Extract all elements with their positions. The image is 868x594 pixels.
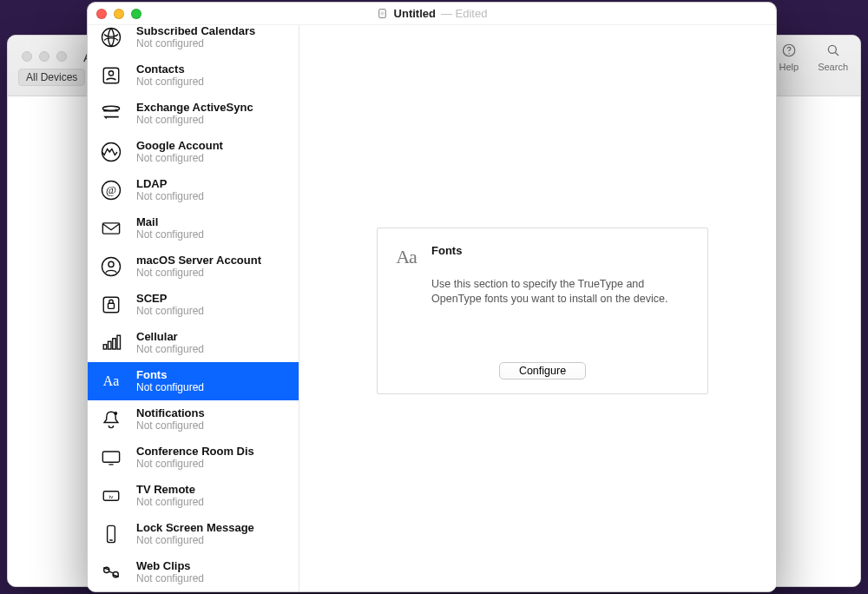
configure-button[interactable]: Configure <box>499 362 586 380</box>
sidebar-item-scep[interactable]: SCEPNot configured <box>88 286 299 324</box>
sidebar-item-labels: Conference Room DisNot configured <box>136 446 254 471</box>
payload-sidebar-scroll[interactable]: Subscribed CalendarsNot configuredContac… <box>88 25 299 591</box>
svg-point-1 <box>788 53 789 54</box>
mail-icon <box>96 214 126 243</box>
sidebar-item-labels: SCEPNot configured <box>136 293 204 318</box>
sidebar-item-status: Not configured <box>136 573 204 585</box>
svg-point-5 <box>380 11 384 15</box>
help-icon <box>779 41 799 60</box>
svg-rect-13 <box>102 223 119 234</box>
payload-detail-area: Aa Fonts Use this section to specify the… <box>299 25 776 591</box>
sidebar-item-fonts[interactable]: AaFontsNot configured <box>88 362 299 400</box>
sidebar-item-labels: macOS Server AccountNot configured <box>136 254 261 280</box>
window-title-status: — Edited <box>441 7 487 20</box>
sidebar-item-status: Not configured <box>136 76 204 89</box>
macos-server-account-icon <box>96 252 126 281</box>
sidebar-item-contacts[interactable]: ContactsNot configured <box>88 56 299 95</box>
svg-line-3 <box>835 52 838 56</box>
payload-detail-panel: Aa Fonts Use this section to specify the… <box>377 228 708 394</box>
sidebar-item-title: LDAP <box>136 178 204 191</box>
tv-remote-icon: tv <box>96 481 126 511</box>
sidebar-item-macos-server-account[interactable]: macOS Server AccountNot configured <box>88 248 299 286</box>
payload-sidebar: Subscribed CalendarsNot configuredContac… <box>88 25 299 591</box>
window-title: Untitled — Edited <box>88 7 776 20</box>
sidebar-item-title: SCEP <box>136 293 204 306</box>
sidebar-item-labels: ContactsNot configured <box>136 63 204 89</box>
sidebar-item-labels: LDAPNot configured <box>136 178 204 203</box>
sidebar-item-subscribed-calendars[interactable]: Subscribed CalendarsNot configured <box>88 25 299 56</box>
sidebar-item-title: Fonts <box>136 369 204 382</box>
sidebar-item-tv-remote[interactable]: tvTV RemoteNot configured <box>88 477 299 515</box>
sidebar-item-title: Notifications <box>136 407 205 420</box>
sidebar-item-cellular[interactable]: CellularNot configured <box>88 324 299 362</box>
sidebar-item-status: Not configured <box>136 497 204 509</box>
background-traffic-lights <box>20 43 67 62</box>
sidebar-item-title: Subscribed Calendars <box>136 25 255 38</box>
fonts-icon: Aa <box>96 366 126 396</box>
svg-rect-21 <box>117 335 121 349</box>
exchange-icon <box>96 99 126 129</box>
sidebar-item-google-account[interactable]: Google AccountNot configured <box>88 133 299 171</box>
sidebar-item-status: Not configured <box>136 229 204 241</box>
background-minimize-icon <box>39 51 49 62</box>
sidebar-item-labels: Web ClipsNot configured <box>136 560 204 585</box>
sidebar-item-labels: CellularNot configured <box>136 331 204 356</box>
ldap-icon: @ <box>96 175 126 205</box>
background-zoom-icon <box>56 51 67 62</box>
sidebar-item-status: Not configured <box>136 153 223 165</box>
svg-point-15 <box>108 261 114 267</box>
sidebar-item-title: TV Remote <box>136 484 204 497</box>
svg-point-2 <box>828 45 836 53</box>
lock-screen-message-icon <box>96 519 126 549</box>
sidebar-item-labels: FontsNot configured <box>136 369 204 394</box>
all-devices-chip[interactable]: All Devices <box>18 69 85 86</box>
sidebar-item-labels: Exchange ActiveSyncNot configured <box>136 102 253 127</box>
subscribed-calendars-icon <box>96 25 126 52</box>
sidebar-item-lock-screen-message[interactable]: Lock Screen MessageNot configured <box>88 515 299 553</box>
traffic-lights <box>96 9 141 19</box>
sidebar-item-title: Lock Screen Message <box>136 522 254 535</box>
background-close-icon <box>22 51 32 62</box>
sidebar-item-title: Mail <box>136 216 204 229</box>
sidebar-item-labels: NotificationsNot configured <box>136 407 205 432</box>
svg-point-8 <box>108 71 113 76</box>
sidebar-item-web-clips[interactable]: Web ClipsNot configured <box>88 553 299 591</box>
sidebar-item-exchange-activesync[interactable]: Exchange ActiveSyncNot configured <box>88 95 299 133</box>
svg-point-23 <box>114 412 117 415</box>
sidebar-item-conference-room-display[interactable]: Conference Room DisNot configured <box>88 439 299 477</box>
sidebar-item-status: Not configured <box>136 535 254 547</box>
search-icon <box>824 41 843 60</box>
svg-point-6 <box>102 29 121 47</box>
sidebar-item-title: Contacts <box>136 63 204 76</box>
web-clips-icon <box>96 558 126 587</box>
svg-rect-17 <box>108 303 115 308</box>
svg-rect-19 <box>108 341 112 349</box>
sidebar-item-labels: Subscribed CalendarsNot configured <box>136 25 255 50</box>
sidebar-item-status: Not configured <box>136 459 254 471</box>
sidebar-item-title: Web Clips <box>136 560 204 573</box>
sidebar-item-status: Not configured <box>136 115 253 127</box>
close-button[interactable] <box>96 9 107 19</box>
sidebar-item-labels: Lock Screen MessageNot configured <box>136 522 254 547</box>
svg-text:Aa: Aa <box>103 373 119 388</box>
svg-rect-24 <box>102 452 119 462</box>
sidebar-item-mail[interactable]: MailNot configured <box>88 209 299 248</box>
svg-text:tv: tv <box>109 493 115 499</box>
sidebar-item-title: Exchange ActiveSync <box>136 102 253 115</box>
profile-editor-window: Untitled — Edited Subscribed CalendarsNo… <box>87 2 777 592</box>
sidebar-item-status: Not configured <box>136 38 255 50</box>
zoom-button[interactable] <box>131 9 141 19</box>
sidebar-item-labels: MailNot configured <box>136 216 204 241</box>
sidebar-item-status: Not configured <box>136 306 204 318</box>
window-titlebar: Untitled — Edited <box>88 3 776 25</box>
sidebar-item-ldap[interactable]: @LDAPNot configured <box>88 171 299 209</box>
minimize-button[interactable] <box>114 9 124 19</box>
background-help-button[interactable]: Help <box>779 41 799 72</box>
sidebar-item-title: Google Account <box>136 140 223 153</box>
notifications-icon <box>96 405 126 434</box>
sidebar-item-title: Cellular <box>136 331 204 344</box>
payload-detail-description: Use this section to specify the TrueType… <box>431 277 692 307</box>
background-search-button[interactable]: Search <box>818 41 848 72</box>
sidebar-item-notifications[interactable]: NotificationsNot configured <box>88 400 299 439</box>
google-account-icon <box>96 137 126 167</box>
